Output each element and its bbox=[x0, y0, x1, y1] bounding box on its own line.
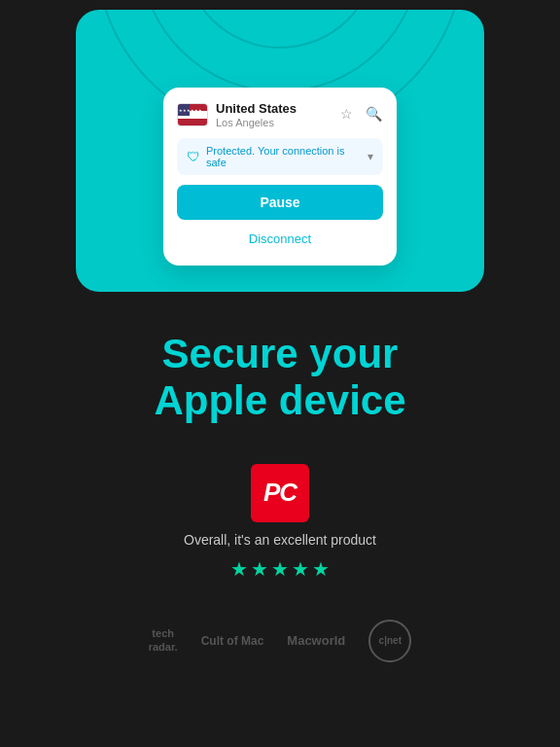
press-logos-section: tech radar. Cult of Mac Macworld c|net bbox=[0, 620, 560, 662]
cnet-text: c|net bbox=[379, 635, 402, 646]
star-1: ★ bbox=[230, 557, 248, 581]
star-rating: ★ ★ ★ ★ ★ bbox=[230, 557, 330, 581]
country-city: Los Angeles bbox=[216, 117, 297, 128]
headline-line1: Secure your bbox=[19, 331, 541, 377]
star-icon[interactable]: ☆ bbox=[340, 106, 358, 124]
main-content: Secure your Apple device PC Overall, it'… bbox=[0, 302, 560, 600]
status-row: 🛡 Protected. Your connection is safe ▾ bbox=[177, 138, 383, 175]
hero-headline: Secure your Apple device bbox=[19, 331, 541, 425]
flag-country: ★★★★★★★★★ United States Los Angeles bbox=[177, 101, 297, 128]
chevron-down-icon[interactable]: ▾ bbox=[368, 150, 373, 163]
tech-radar-logo: tech radar. bbox=[149, 627, 178, 653]
star-4: ★ bbox=[292, 557, 309, 581]
country-name: United States bbox=[216, 101, 297, 117]
star-2: ★ bbox=[251, 557, 268, 581]
shield-icon: 🛡 bbox=[187, 149, 200, 164]
pause-button[interactable]: Pause bbox=[177, 185, 383, 220]
card-icons: ☆ 🔍 bbox=[340, 106, 383, 124]
star-3: ★ bbox=[271, 557, 289, 581]
headline-line2: Apple device bbox=[19, 377, 541, 424]
review-quote: Overall, it's an excellent product bbox=[184, 532, 376, 548]
pc-mag-text: PC bbox=[263, 478, 297, 508]
card-header: ★★★★★★★★★ United States Los Angeles ☆ 🔍 bbox=[177, 101, 383, 128]
status-text: Protected. Your connection is safe bbox=[206, 145, 368, 168]
country-info: United States Los Angeles bbox=[216, 101, 297, 128]
cult-of-mac-logo: Cult of Mac bbox=[201, 634, 264, 648]
star-5: ★ bbox=[312, 557, 330, 581]
search-icon[interactable]: 🔍 bbox=[366, 106, 383, 124]
pc-mag-logo: PC bbox=[251, 464, 309, 522]
macworld-logo: Macworld bbox=[287, 633, 345, 648]
vpn-card: ★★★★★★★★★ United States Los Angeles ☆ 🔍 … bbox=[163, 88, 397, 266]
status-left: 🛡 Protected. Your connection is safe bbox=[187, 145, 368, 168]
device-mockup: ★★★★★★★★★ United States Los Angeles ☆ 🔍 … bbox=[76, 10, 484, 292]
review-section: PC Overall, it's an excellent product ★ … bbox=[19, 464, 541, 581]
cnet-logo: c|net bbox=[368, 620, 411, 662]
disconnect-button[interactable]: Disconnect bbox=[177, 226, 383, 252]
us-flag: ★★★★★★★★★ bbox=[177, 103, 208, 126]
app-mockup-section: ★★★★★★★★★ United States Los Angeles ☆ 🔍 … bbox=[0, 0, 560, 302]
